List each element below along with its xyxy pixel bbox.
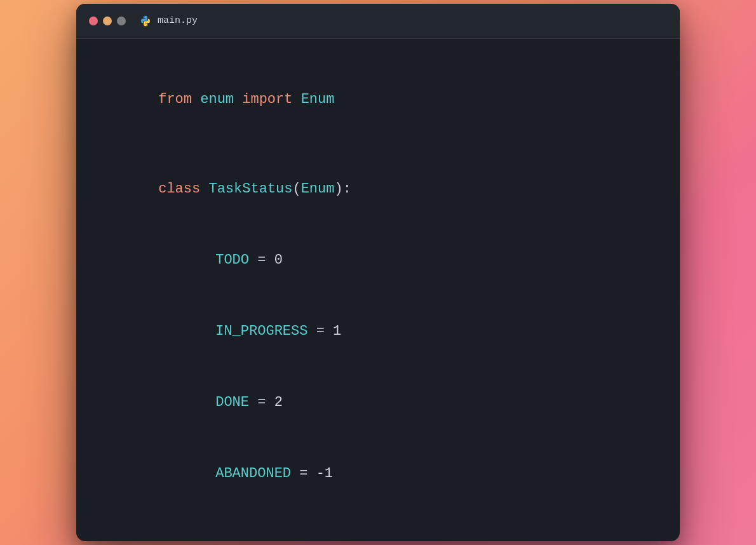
filename-label: main.py — [158, 15, 198, 26]
code-line-1: from enum import Enum — [108, 64, 648, 135]
keyword-import: import — [242, 91, 292, 107]
keyword-class: class — [158, 181, 200, 197]
close-button[interactable] — [89, 17, 98, 25]
member-done: DONE — [215, 394, 249, 410]
python-icon — [138, 14, 152, 28]
maximize-button[interactable] — [117, 17, 126, 25]
code-line-5: IN_PROGRESS = 1 — [108, 296, 648, 367]
module-enum: enum — [200, 91, 234, 107]
code-editor: from enum import Enum class TaskStatus(E… — [76, 39, 680, 541]
value-neg1: -1 — [316, 466, 333, 481]
value-0: 0 — [274, 252, 283, 268]
spacer-1 — [108, 135, 648, 153]
tab-title: main.py — [138, 14, 198, 28]
value-1: 1 — [333, 323, 341, 339]
class-taskstatus: TaskStatus — [208, 181, 292, 197]
keyword-from: from — [158, 91, 192, 107]
member-in-progress: IN_PROGRESS — [215, 323, 307, 339]
class-enum: Enum — [301, 91, 335, 107]
traffic-lights — [89, 17, 126, 25]
code-line-4: TODO = 0 — [108, 224, 648, 295]
code-line-7: ABANDONED = -1 — [108, 438, 648, 509]
minimize-button[interactable] — [103, 17, 112, 25]
member-todo: TODO — [215, 252, 249, 268]
value-2: 2 — [274, 394, 283, 410]
code-line-6: DONE = 2 — [108, 367, 648, 438]
base-class-enum: Enum — [301, 181, 335, 197]
paren-open: ( — [292, 181, 300, 197]
member-abandoned: ABANDONED — [215, 466, 291, 481]
titlebar: main.py — [76, 4, 680, 39]
paren-close: ): — [334, 181, 351, 197]
code-window: main.py from enum import Enum class Task… — [76, 4, 680, 541]
code-line-3: class TaskStatus(Enum): — [108, 153, 648, 224]
